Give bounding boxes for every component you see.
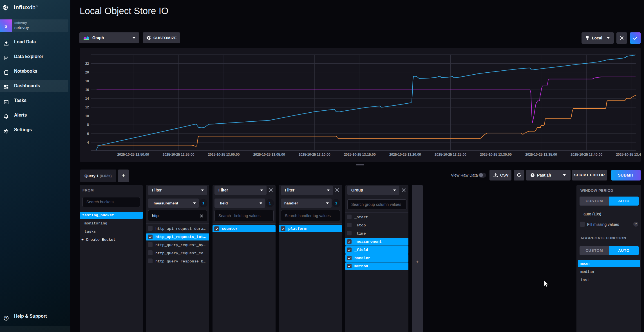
svg-text:16: 16 [85, 88, 89, 92]
svg-text:2025-10-25 13:20:00: 2025-10-25 13:20:00 [389, 153, 421, 157]
svg-text:2025-10-25 13:10:00: 2025-10-25 13:10:00 [299, 153, 330, 157]
svg-text:18: 18 [85, 79, 89, 83]
svg-text:6: 6 [87, 132, 89, 136]
svg-text:20: 20 [85, 70, 89, 74]
svg-text:2025-10-25 13:05:00: 2025-10-25 13:05:00 [253, 153, 285, 157]
svg-text:2025-10-25 12:50:00: 2025-10-25 12:50:00 [117, 153, 149, 157]
svg-text:12: 12 [85, 105, 89, 109]
svg-text:10: 10 [85, 114, 89, 118]
svg-text:2025-10-25 13:40:00: 2025-10-25 13:40:00 [571, 153, 602, 157]
svg-text:2025-10-25 13:15:00: 2025-10-25 13:15:00 [344, 153, 376, 157]
svg-text:?: ? [5, 317, 7, 320]
svg-text:2025-10-25 13:25:00: 2025-10-25 13:25:00 [435, 153, 466, 157]
svg-text:2025-10-25 13:30:00: 2025-10-25 13:30:00 [480, 153, 512, 157]
svg-text:2025-10-25 12:55:00: 2025-10-25 12:55:00 [163, 153, 194, 157]
svg-text:2025-10-25 13:35:00: 2025-10-25 13:35:00 [525, 153, 557, 157]
svg-text:8: 8 [87, 123, 89, 127]
svg-text:22: 22 [85, 62, 89, 66]
svg-text:14: 14 [85, 97, 89, 101]
svg-text:2025-10-25 13:45:00: 2025-10-25 13:45:00 [616, 153, 641, 157]
svg-text:4: 4 [87, 141, 89, 144]
svg-text:2025-10-25 13:00:00: 2025-10-25 13:00:00 [208, 153, 240, 157]
